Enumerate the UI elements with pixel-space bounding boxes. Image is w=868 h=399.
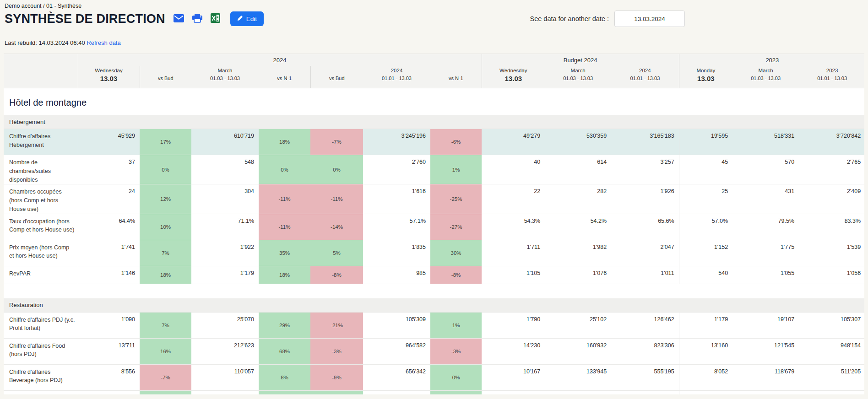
print-button[interactable] — [192, 14, 202, 24]
cell-value: 79.5% — [732, 214, 799, 240]
cell-value: 610'719 — [191, 129, 259, 155]
cell-value: 8'052 — [679, 364, 732, 390]
cell-value: 823'306 — [611, 338, 679, 364]
corner-cell — [4, 66, 78, 74]
cell-value: 19'595 — [679, 129, 732, 155]
excel-export-button[interactable] — [211, 13, 220, 24]
cell-value: 1'055 — [732, 266, 799, 284]
cell-value: 37 — [78, 155, 140, 184]
cell-variance: -3% — [430, 338, 482, 364]
cell-variance: -11% — [259, 184, 310, 214]
row-label: Taux d'occupation (hors Comp et hors Hou… — [4, 214, 78, 240]
cell-value: 212'623 — [191, 338, 259, 364]
period-header: Monday — [679, 66, 732, 74]
cell-value: 1'616 — [363, 184, 430, 214]
period-header: 2024 — [611, 66, 679, 74]
cell-value: 12'608 — [611, 390, 679, 394]
cell-variance: 5% — [310, 240, 363, 266]
date-control: See data for another date : — [530, 11, 685, 27]
table-row: Prix moyen (hors Comp et hors House use)… — [4, 240, 864, 266]
table-body: Hôtel de montagneHébergementChiffre d'af… — [4, 88, 864, 395]
cell-value: 964'582 — [363, 338, 430, 364]
cell-value: 1'982 — [545, 240, 611, 266]
table-row: Chiffre d'affaires PDJ (y.c. Profit forf… — [4, 312, 864, 338]
cell-value: 105'309 — [363, 312, 430, 338]
table-row: Chambres occupées (hors Comp et hors Hou… — [4, 184, 864, 214]
excel-icon — [211, 13, 220, 24]
cell-variance: -8% — [310, 266, 363, 284]
cell-value: 10'167 — [482, 364, 545, 390]
hotel-heading: Hôtel de montagne — [4, 88, 864, 115]
cell-value: 121'545 — [732, 338, 799, 364]
cell-value: 2'289 — [732, 390, 799, 394]
table-row: RevPAR1'14618%1'17918%-8%985-8%1'1051'07… — [4, 266, 864, 284]
cell-value: 126'462 — [611, 312, 679, 338]
envelope-icon — [174, 14, 184, 24]
table-row: Chiffre d'affaires Autre65183%4'474129%1… — [4, 390, 864, 394]
cell-value: 431 — [732, 184, 799, 214]
cell-value: 27'527 — [363, 390, 430, 394]
hotel-heading-row: Hôtel de montagne — [4, 88, 864, 115]
period-header — [310, 66, 363, 74]
cell-value: 105'307 — [799, 312, 864, 338]
cell-value: 19'107 — [732, 312, 799, 338]
cell-value: 25'070 — [191, 312, 259, 338]
section-label: Restauration — [4, 298, 864, 313]
cell-variance: 68% — [259, 338, 310, 364]
table-row: Chiffre d'affaires Hébergement45'92917%6… — [4, 129, 864, 155]
cell-variance: -3% — [310, 338, 363, 364]
cell-value: 3'165'183 — [611, 129, 679, 155]
cell-value: 1'539 — [799, 240, 864, 266]
table-row: Taux d'occupation (hors Comp et hors Hou… — [4, 214, 864, 240]
period-header: March — [191, 66, 259, 74]
row-label: Chiffre d'affaires PDJ (y.c. Profit forf… — [4, 312, 78, 338]
page-title: SYNTHÈSE DE DIRECTION — [5, 12, 165, 26]
table-row: Chiffre d'affaires Food (hors PDJ)13'711… — [4, 338, 864, 364]
date-header: vs Bud — [310, 74, 363, 88]
cell-variance: 18% — [259, 266, 310, 284]
cell-value: 25'102 — [545, 312, 611, 338]
cell-value: 3'720'842 — [799, 129, 864, 155]
row-label: RevPAR — [4, 266, 78, 284]
cell-variance: 1% — [430, 312, 482, 338]
cell-variance: -27% — [430, 214, 482, 240]
table-head: 2024Budget 20242023WednesdayMarch2024Wed… — [4, 54, 864, 88]
cell-value: 17'259 — [799, 390, 864, 394]
last-rebuild-row: Last rebuild: 14.03.2024 06:40 Refresh d… — [5, 39, 863, 46]
cell-value: 49'279 — [482, 129, 545, 155]
cell-variance: -6% — [430, 129, 482, 155]
row-label: Chiffre d'affaires Food (hors PDJ) — [4, 338, 78, 364]
row-label: Chiffre d'affaires Beverage (hors PDJ) — [4, 364, 78, 390]
cell-variance: -9% — [310, 364, 363, 390]
edit-button-label: Edit — [246, 16, 257, 22]
period-header: Wednesday — [482, 66, 545, 74]
cell-variance: 17% — [140, 129, 191, 155]
refresh-data-link[interactable]: Refresh data — [87, 39, 120, 46]
spacer-row — [4, 284, 864, 298]
cell-variance: 10% — [140, 214, 191, 240]
date-header: 01.01 - 13.03 — [363, 74, 430, 88]
row-label: Chiffre d'affaires Hébergement — [4, 129, 78, 155]
cell-value: 118'679 — [732, 364, 799, 390]
cell-variance: -11% — [259, 214, 310, 240]
cell-value: 13'711 — [78, 338, 140, 364]
cell-value: 54.3% — [482, 214, 545, 240]
date-input[interactable] — [614, 11, 685, 27]
report-content: 2024Budget 20242023WednesdayMarch2024Wed… — [4, 54, 864, 394]
cell-value: 54.2% — [545, 214, 611, 240]
cell-value: 1'090 — [78, 312, 140, 338]
cell-variance: 12% — [140, 184, 191, 214]
cell-value: 948'154 — [799, 338, 864, 364]
cell-value: 2'205 — [545, 390, 611, 394]
row-label: Chambres occupées (hors Comp et hors Hou… — [4, 184, 78, 214]
cell-value: 511'205 — [799, 364, 864, 390]
edit-button[interactable]: Edit — [230, 11, 264, 26]
cell-value: 2'765 — [799, 155, 864, 184]
cell-value: 2'409 — [799, 184, 864, 214]
cell-value: 71.1% — [191, 214, 259, 240]
email-button[interactable] — [174, 14, 184, 24]
period-header — [430, 66, 482, 74]
cell-value: 1'076 — [545, 266, 611, 284]
last-rebuild-text: Last rebuild: 14.03.2024 06:40 — [5, 39, 85, 46]
cell-value: 57.1% — [363, 214, 430, 240]
